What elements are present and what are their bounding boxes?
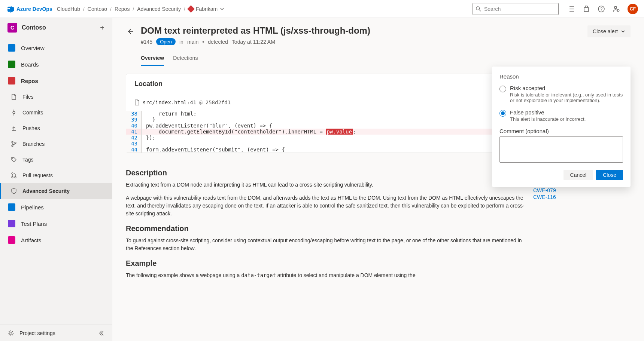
azure-devops-logo[interactable] [6,4,15,13]
chevron-down-icon [220,7,224,11]
breadcrumb-item[interactable]: Repos [115,6,130,12]
avatar[interactable]: CF [628,4,638,14]
help-icon[interactable]: ? [598,5,605,13]
radio-description: This alert is inaccurate or incorrect. [510,116,586,122]
pipelines-icon [7,203,16,211]
svg-point-7 [13,111,15,114]
cancel-button[interactable]: Cancel [564,170,593,180]
sidebar-item-repos[interactable]: Repos [0,73,112,89]
nav-label: Branches [22,141,45,147]
radio-label: False positive [510,109,586,116]
breadcrumb-item[interactable]: Advanced Security [137,6,181,12]
line-number: 43 [126,141,141,147]
svg-point-15 [12,176,13,178]
repo-diamond-icon [187,5,195,13]
pushes-icon [10,125,17,132]
sidebar-item-tags[interactable]: Tags [0,152,112,168]
svg-point-12 [15,142,16,144]
svg-point-5 [614,6,617,9]
sidebar-item-files[interactable]: Files [0,89,112,105]
brand-name[interactable]: Azure DevOps [16,6,52,12]
branches-icon [10,141,17,147]
repo-selector[interactable]: Fabrikam [188,6,224,12]
detected-prefix: detected [208,39,228,45]
svg-point-14 [12,173,13,174]
topbar: Azure DevOps CloudHub / Contoso / Repos … [0,0,644,18]
project-badge: C [7,23,17,33]
detected-time: Today at 11:22 AM [232,39,275,45]
boards-icon [7,60,16,68]
back-arrow-icon[interactable] [126,27,135,36]
sidebar-item-pull-requests[interactable]: Pull requests [0,168,112,183]
tab-overview[interactable]: Overview [141,51,164,66]
svg-line-1 [479,9,481,11]
recommendation-heading: Recommendation [126,224,526,233]
sidebar-item-advanced-security[interactable]: Advanced Security [0,183,112,199]
tabs: Overview Detections [126,51,631,66]
weakness-link[interactable]: CWE-079 [533,187,631,193]
svg-rect-2 [584,7,589,12]
gear-icon [7,330,14,337]
breadcrumb-item[interactable]: CloudHub [57,6,80,12]
user-settings-icon[interactable] [613,5,620,13]
nav-label: Tags [22,157,34,163]
description-p1: Extracting text from a DOM node and inte… [126,181,526,189]
nav-label: Pull requests [22,172,53,178]
overview-icon [7,44,16,52]
radio-label: Risk accepted [510,85,623,91]
recommendation-p: To guard against cross-site scripting, c… [126,237,526,252]
popover-title: Reason [499,73,623,80]
line-number: 39 [126,117,141,123]
search-box[interactable] [473,3,559,15]
radio-option-false-positive[interactable]: False positiveThis alert is inaccurate o… [499,109,623,122]
project-row[interactable]: C Contoso + [0,18,112,37]
line-number: 44 [126,147,141,153]
artifacts-icon [7,236,16,244]
repo-name: Fabrikam [196,6,218,12]
line-number: 41 [126,129,141,135]
search-icon [476,6,481,12]
description-heading: Description [126,169,526,177]
weakness-link[interactable]: CWE-116 [533,194,631,200]
sidebar-item-test-plans[interactable]: Test Plans [0,215,112,232]
work-items-icon[interactable] [568,5,575,13]
radio-icon [499,86,506,92]
close-button[interactable]: Close [596,170,623,180]
sidebar-item-boards[interactable]: Boards [0,56,112,73]
nav-label: Commits [22,110,43,116]
nav-label: Pushes [22,125,40,131]
sidebar-item-branches[interactable]: Branches [0,136,112,152]
example-p: The following example shows a webpage us… [126,271,526,279]
advanced-security-icon [10,188,17,194]
file-path: src/index.html:41 [143,99,196,105]
sidebar-footer[interactable]: Project settings [0,325,112,341]
sidebar-item-overview[interactable]: Overview [0,40,112,56]
marketplace-icon[interactable] [583,5,590,13]
collapse-icon[interactable] [98,330,104,336]
sidebar-item-pushes[interactable]: Pushes [0,120,112,136]
sidebar-item-commits[interactable]: Commits [0,105,112,120]
comment-input[interactable] [499,136,623,163]
nav-label: Overview [21,45,45,51]
svg-point-16 [15,176,16,178]
radio-option-risk-accepted[interactable]: Risk acceptedRisk is tolerable or irrele… [499,85,623,103]
sidebar-item-pipelines[interactable]: Pipelines [0,199,112,215]
add-icon[interactable]: + [100,24,104,32]
search-input[interactable] [484,6,555,12]
tab-detections[interactable]: Detections [173,51,198,66]
chevron-down-icon [621,29,625,34]
line-number: 42 [126,135,141,141]
svg-point-13 [12,158,13,159]
project-settings-label: Project settings [19,330,55,336]
description-section: Description Extracting text from a DOM n… [126,162,526,285]
main: DOM text reinterpreted as HTML (js/xss-t… [112,18,644,341]
svg-point-17 [10,332,12,334]
close-alert-button[interactable]: Close alert [587,25,631,37]
nav-label: Pipelines [21,204,44,211]
commit-hash: 258d2fd1 [206,99,231,105]
nav-label: Artifacts [21,237,41,243]
sidebar-item-artifacts[interactable]: Artifacts [0,232,112,248]
line-number: 40 [126,123,141,129]
nav-label: Boards [21,61,39,68]
breadcrumb-item[interactable]: Contoso [88,6,107,12]
